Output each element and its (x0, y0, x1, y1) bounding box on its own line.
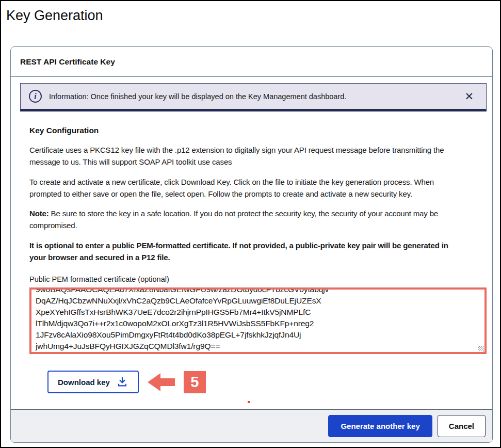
close-icon[interactable]: ✕ (459, 91, 479, 102)
pem-certificate-textarea[interactable]: 9w0BAQsFAAOCAQEAd7XfxaZ8NbafGEfwGFU9w/za… (29, 287, 487, 354)
cancel-button[interactable]: Cancel (438, 415, 486, 437)
generate-another-key-button[interactable]: Generate another key (328, 415, 432, 437)
textarea-resize-handle[interactable] (478, 346, 484, 351)
paragraph-note: Note: Be sure to store the key in a safe… (29, 207, 470, 232)
step-5-badge: 5 (184, 371, 206, 393)
download-key-label: Download key (58, 378, 110, 387)
paragraph-optional-notice: It is optional to enter a public PEM-for… (29, 239, 470, 264)
pem-certificate-label: Public PEM formatted certificate (option… (29, 275, 470, 283)
download-key-button[interactable]: Download key (47, 371, 139, 393)
key-generation-page: Key Generation REST API Certificate Key … (0, 0, 501, 448)
download-icon (117, 376, 128, 388)
key-configuration-section: Key Configuration Certificate uses a PKC… (11, 111, 492, 393)
pem-line: lTlhM/djqw3Qo7i++r2x1c0wopoM2xOLorXgTz3l… (36, 318, 480, 329)
pem-line: 1JFzv8cAlaXio98Xou5PimDmgxyFtRt4t4bd0dKo… (36, 329, 480, 341)
rest-api-certificate-card: REST API Certificate Key i Information: … (10, 46, 493, 443)
paragraph-certificate-info: Certificate uses a PKCS12 key file with … (29, 144, 470, 168)
paragraph-create-activate: To create and activate a new certificate… (29, 176, 470, 200)
info-icon: i (29, 90, 42, 103)
download-row: Download key (47, 371, 470, 393)
card-footer: Generate another key Cancel (11, 409, 492, 442)
pem-certificate-value: 9w0BAQsFAAOCAQEAd7XfxaZ8NbafGEfwGFU9w/za… (36, 287, 480, 353)
information-banner-text: Information: Once finished your key will… (49, 92, 452, 101)
page-title: Key Generation (1, 1, 500, 24)
arrow-left-icon (148, 373, 175, 392)
section-title: Key Configuration (29, 126, 470, 135)
pem-line: 9w0BAQsFAAOCAQEAd7XfxaZ8NbafGEfwGFU9w/za… (36, 287, 480, 295)
note-text: Be sure to store the key in a safe locat… (29, 209, 438, 230)
information-banner: i Information: Once finished your key wi… (20, 83, 487, 111)
pem-line: DqAZ/HqJCbzwNNuXxjl/xVhC2aQzb9CLAeOfafce… (36, 295, 480, 307)
pem-line: jwhUmg4+JuJsBFQyHGIXJGZqCQMDl3fw1/rg9Q== (36, 341, 480, 353)
red-dot-annotation (248, 401, 250, 403)
card-header: REST API Certificate Key (11, 47, 492, 77)
note-label: Note: (29, 209, 49, 218)
card-body: i Information: Once finished your key wi… (11, 77, 492, 409)
pem-line: XpeXYehIGffsTxHsrBhWK37UeE7dco2r2ihjrnPp… (36, 307, 480, 318)
